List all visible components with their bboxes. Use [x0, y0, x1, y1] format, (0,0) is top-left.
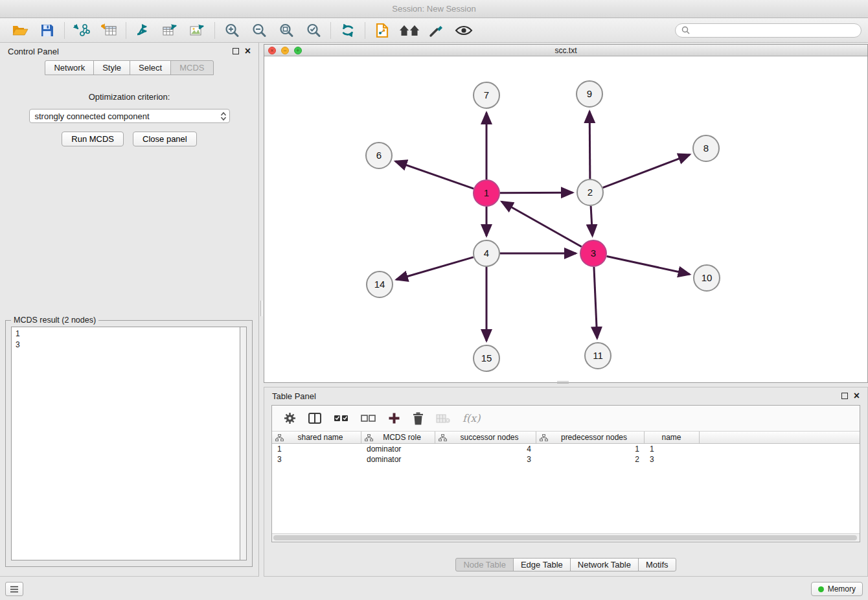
run-mcds-button[interactable]: Run MCDS — [62, 132, 124, 146]
select-all-button[interactable] — [334, 415, 348, 422]
trash-icon — [413, 412, 424, 425]
import-table-button[interactable] — [95, 20, 122, 41]
graph-edge-3-10[interactable] — [607, 256, 690, 274]
graph-node-label-7: 7 — [484, 89, 489, 100]
result-scrollbar[interactable] — [240, 327, 247, 560]
cell-name[interactable]: 3 — [645, 455, 700, 464]
panel-menu-button[interactable] — [5, 582, 23, 596]
close-window-icon[interactable] — [268, 47, 276, 54]
apply-style-button[interactable] — [423, 20, 450, 41]
close-table-panel-icon[interactable] — [854, 393, 860, 399]
maximize-window-icon[interactable] — [294, 47, 302, 54]
panel-splitter[interactable] — [259, 43, 264, 577]
table-row[interactable]: 3 dominator 3 2 3 — [272, 454, 860, 465]
style-document-icon — [375, 23, 389, 38]
tab-motifs[interactable]: Motifs — [638, 558, 676, 571]
mcds-result-text[interactable]: 1 3 — [11, 327, 240, 560]
close-panel-button[interactable]: Close panel — [133, 132, 197, 146]
mcds-result-group: MCDS result (2 nodes) 1 3 — [5, 320, 253, 567]
cell-shared-name[interactable]: 1 — [272, 444, 361, 454]
gear-icon — [284, 412, 296, 424]
zoom-in-icon — [224, 23, 240, 38]
cell-successor-nodes[interactable]: 4 — [435, 444, 536, 454]
graph-edge-1-6[interactable] — [395, 161, 474, 189]
tab-node-table[interactable]: Node Table — [455, 558, 514, 571]
memory-button[interactable]: Memory — [811, 582, 863, 596]
column-header-name[interactable]: name — [645, 432, 700, 444]
table-horizontal-scrollbar[interactable] — [272, 533, 860, 542]
graph-node-label-4: 4 — [484, 248, 489, 259]
table-panel-tabs: Node Table Edge Table Network Table Moti… — [264, 558, 867, 571]
network-canvas[interactable]: 7968124314101511 — [264, 56, 867, 382]
tab-network-table[interactable]: Network Table — [570, 558, 639, 571]
import-table-icon — [101, 23, 117, 38]
toggle-columns-button[interactable] — [308, 413, 321, 424]
tab-network[interactable]: Network — [45, 60, 94, 75]
export-table-button[interactable] — [157, 20, 184, 41]
zoom-fit-button[interactable] — [273, 20, 300, 41]
import-network-button[interactable] — [68, 20, 95, 41]
window-resize-grip[interactable] — [557, 381, 569, 384]
refresh-button[interactable] — [334, 20, 361, 41]
table-row[interactable]: 1 dominator 4 1 1 — [272, 444, 860, 454]
columns-icon — [308, 413, 321, 424]
visibility-button[interactable] — [450, 20, 477, 41]
cell-mcds-role[interactable]: dominator — [361, 455, 435, 464]
open-file-button[interactable] — [6, 20, 34, 41]
zoom-selected-button[interactable] — [300, 20, 327, 41]
table-empty-area — [272, 465, 860, 533]
home-button[interactable] — [396, 20, 423, 41]
column-header-shared-name[interactable]: shared name — [272, 432, 361, 444]
graph-node-label-14: 14 — [374, 279, 385, 290]
zoom-out-button[interactable] — [246, 20, 273, 41]
delete-row-button[interactable] — [413, 412, 424, 425]
export-network-button[interactable] — [130, 20, 157, 41]
table-toolbar: f(x) — [272, 406, 860, 432]
graph-edge-2-8[interactable] — [603, 155, 690, 188]
export-image-button[interactable] — [184, 20, 211, 41]
cell-shared-name[interactable]: 3 — [272, 455, 361, 464]
control-panel: Control Panel Network Style Select MCDS … — [0, 43, 259, 577]
cell-mcds-role[interactable]: dominator — [361, 444, 435, 454]
tab-edge-table[interactable]: Edge Table — [513, 558, 571, 571]
float-table-panel-icon[interactable] — [841, 393, 848, 399]
cell-predecessor-nodes[interactable]: 1 — [536, 444, 645, 454]
zoom-selected-icon — [306, 23, 321, 38]
tab-style[interactable]: Style — [93, 60, 130, 75]
cell-name[interactable]: 1 — [645, 444, 700, 454]
column-header-predecessor-nodes[interactable]: predecessor nodes — [536, 432, 645, 444]
zoom-in-button[interactable] — [218, 20, 246, 41]
refresh-icon — [339, 23, 356, 38]
search-input[interactable] — [694, 26, 855, 35]
table-settings-button[interactable] — [284, 412, 296, 424]
deselect-all-button[interactable] — [361, 415, 376, 422]
graph-edge-3-11[interactable] — [594, 267, 597, 338]
add-row-button[interactable] — [388, 412, 400, 424]
minimize-window-icon[interactable] — [281, 47, 289, 54]
style-document-button[interactable] — [369, 20, 396, 41]
graph-edge-3-1[interactable] — [502, 202, 582, 246]
save-session-button[interactable] — [34, 20, 61, 41]
zoom-fit-icon — [279, 23, 294, 38]
tab-mcds[interactable]: MCDS — [170, 60, 213, 75]
column-header-filler — [700, 432, 860, 444]
cell-successor-nodes[interactable]: 3 — [435, 455, 536, 464]
column-header-successor-nodes[interactable]: successor nodes — [435, 432, 536, 444]
column-header-mcds-role[interactable]: MCDS role — [361, 432, 435, 444]
graph-edge-2-3[interactable] — [591, 206, 592, 236]
import-network-icon — [73, 23, 90, 38]
graph-edge-2-9[interactable] — [589, 111, 590, 179]
cell-predecessor-nodes[interactable]: 2 — [536, 455, 645, 464]
tab-select[interactable]: Select — [130, 60, 171, 75]
network-window-titlebar[interactable]: scc.txt — [264, 45, 867, 56]
float-panel-icon[interactable] — [233, 48, 239, 54]
criterion-select[interactable]: strongly connected component — [29, 109, 230, 123]
attribute-icon — [275, 434, 284, 441]
close-panel-icon[interactable] — [245, 48, 251, 54]
graph-edge-1-2[interactable] — [500, 192, 573, 193]
graph-edge-4-14[interactable] — [396, 257, 474, 280]
window-titlebar[interactable]: Session: New Session — [0, 0, 868, 18]
search-box[interactable] — [675, 23, 862, 38]
control-panel-header: Control Panel — [0, 43, 258, 60]
list-icon — [10, 586, 19, 593]
